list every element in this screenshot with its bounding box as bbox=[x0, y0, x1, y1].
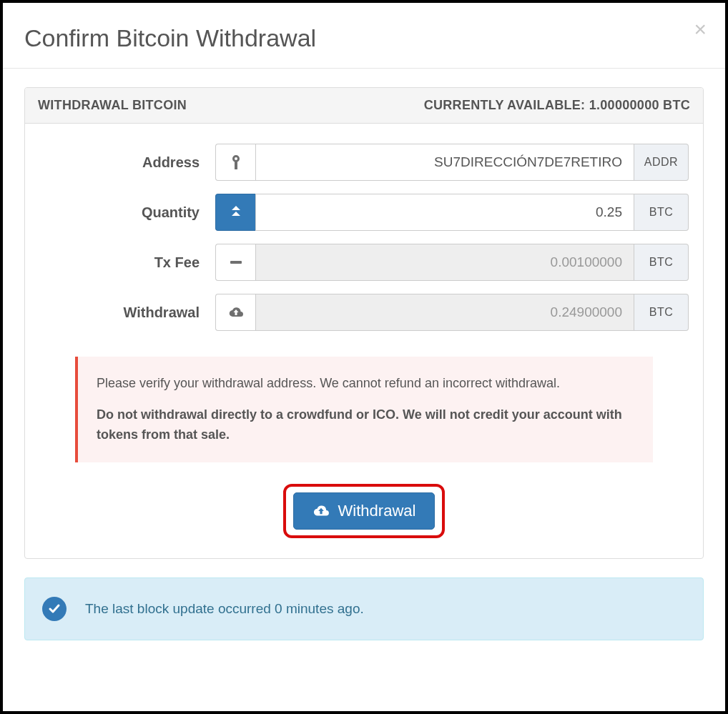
warning-line1: Please verify your withdrawal address. W… bbox=[97, 374, 634, 394]
address-unit[interactable]: ADDR bbox=[634, 144, 689, 181]
max-quantity-button[interactable] bbox=[215, 194, 255, 231]
withdrawal-row: Withdrawal BTC bbox=[39, 294, 689, 331]
quantity-row: Quantity BTC bbox=[39, 194, 689, 231]
address-input[interactable] bbox=[255, 144, 634, 181]
withdrawal-button[interactable]: Withdrawal bbox=[293, 492, 436, 530]
cloud-upload-icon bbox=[313, 505, 330, 517]
cloud-upload-icon bbox=[215, 294, 255, 331]
withdrawal-label: Withdrawal bbox=[39, 294, 215, 331]
divider bbox=[3, 68, 725, 69]
quantity-input[interactable] bbox=[255, 194, 634, 231]
txfee-unit: BTC bbox=[634, 244, 689, 281]
address-label: Address bbox=[39, 144, 215, 181]
quantity-label: Quantity bbox=[39, 194, 215, 231]
panel-header: WITHDRAWAL BITCOIN CURRENTLY AVAILABLE: … bbox=[25, 88, 703, 124]
svg-rect-1 bbox=[230, 261, 242, 264]
minus-icon bbox=[215, 244, 255, 281]
modal: × Confirm Bitcoin Withdrawal WITHDRAWAL … bbox=[0, 0, 728, 714]
withdrawal-unit: BTC bbox=[634, 294, 689, 331]
info-text: The last block update occurred 0 minutes… bbox=[85, 601, 364, 617]
panel-header-left: WITHDRAWAL BITCOIN bbox=[38, 98, 187, 113]
warning-line2: Do not withdrawal directly to a crowdfun… bbox=[97, 405, 634, 445]
modal-title: Confirm Bitcoin Withdrawal bbox=[3, 3, 725, 68]
info-alert: The last block update occurred 0 minutes… bbox=[24, 577, 704, 640]
panel-header-right: CURRENTLY AVAILABLE: 1.00000000 BTC bbox=[424, 98, 690, 113]
withdrawal-button-label: Withdrawal bbox=[338, 502, 416, 520]
address-row: Address ADDR bbox=[39, 144, 689, 181]
pin-icon bbox=[215, 144, 255, 181]
txfee-input bbox=[255, 244, 634, 281]
check-circle-icon bbox=[42, 597, 67, 621]
txfee-row: Tx Fee BTC bbox=[39, 244, 689, 281]
warning-alert: Please verify your withdrawal address. W… bbox=[75, 357, 653, 462]
close-icon[interactable]: × bbox=[694, 19, 707, 40]
withdrawal-input bbox=[255, 294, 634, 331]
withdrawal-panel: WITHDRAWAL BITCOIN CURRENTLY AVAILABLE: … bbox=[24, 87, 704, 559]
quantity-unit: BTC bbox=[634, 194, 689, 231]
svg-point-0 bbox=[235, 157, 237, 160]
txfee-label: Tx Fee bbox=[39, 244, 215, 281]
withdrawal-button-highlight: Withdrawal bbox=[283, 484, 446, 538]
